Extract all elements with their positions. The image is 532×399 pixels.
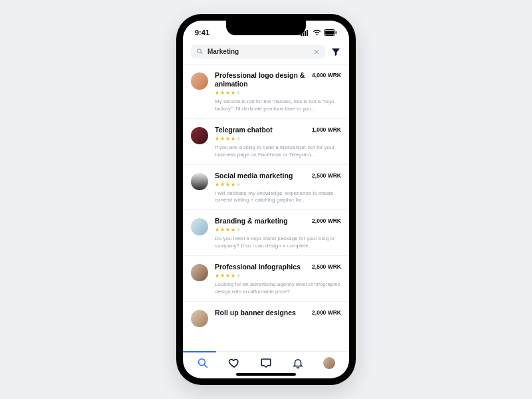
tab-indicator <box>183 351 216 352</box>
tab-favorites[interactable] <box>219 357 251 369</box>
rating-stars: ★★★★★ <box>215 273 341 279</box>
profile-avatar-icon <box>323 357 335 369</box>
home-indicator[interactable] <box>236 373 296 376</box>
item-price: 2,500 WRK <box>312 172 341 179</box>
svg-point-11 <box>198 359 205 366</box>
list-item[interactable]: Professional infographics 2,500 WRK ★★★★… <box>183 256 349 302</box>
tab-notifications[interactable] <box>282 357 314 369</box>
item-price: 4,000 WRK <box>312 72 341 78</box>
avatar <box>191 218 208 235</box>
svg-rect-5 <box>325 31 334 35</box>
search-icon <box>196 48 203 55</box>
tab-bar <box>183 351 349 373</box>
results-list[interactable]: Professional logo design & animation 4,0… <box>183 65 349 351</box>
item-title: Professional infographics <box>215 263 301 271</box>
svg-line-8 <box>201 53 202 54</box>
tab-search[interactable] <box>187 357 219 369</box>
filter-button[interactable] <box>331 47 341 57</box>
battery-icon <box>324 29 337 36</box>
rating-stars: ★★★★★ <box>215 227 341 233</box>
clear-icon[interactable] <box>313 49 320 55</box>
tab-profile[interactable] <box>313 357 345 369</box>
svg-rect-6 <box>336 31 337 34</box>
search-box[interactable] <box>191 45 325 59</box>
svg-rect-3 <box>307 30 308 36</box>
avatar <box>191 173 208 190</box>
search-input[interactable] <box>207 48 309 55</box>
item-title: Social media marketing <box>215 172 293 180</box>
item-description: Do you need a logo brand package for you… <box>215 235 341 250</box>
screen: 9:41 <box>183 21 349 378</box>
notch <box>226 21 306 35</box>
list-item[interactable]: Roll up banner designes 2,000 WRK <box>183 302 349 332</box>
phone-frame: 9:41 <box>176 14 356 385</box>
list-item[interactable]: Branding & marketing 2,000 WRK ★★★★★ Do … <box>183 210 349 256</box>
item-description: I will dedicate my knowledge, experience… <box>215 190 341 205</box>
svg-point-7 <box>198 49 201 53</box>
avatar <box>191 72 208 90</box>
search-row <box>183 41 349 64</box>
list-item[interactable]: Telegram chatbot 1,000 WRK ★★★★★ If you … <box>183 119 349 165</box>
item-title: Branding & marketing <box>215 217 288 225</box>
item-price: 2,000 WRK <box>312 217 341 224</box>
rating-stars: ★★★★★ <box>215 90 341 96</box>
avatar <box>191 264 208 281</box>
list-item[interactable]: Professional logo design & animation 4,0… <box>183 65 349 119</box>
status-time: 9:41 <box>195 29 209 37</box>
item-price: 1,000 WRK <box>312 126 341 133</box>
item-description: If you are looking to build a messenger … <box>215 144 341 159</box>
rating-stars: ★★★★★ <box>215 136 341 142</box>
item-description: Looking for an advertising agency level … <box>215 281 341 296</box>
avatar <box>191 310 208 327</box>
tab-messages[interactable] <box>250 357 282 369</box>
wifi-icon <box>313 29 321 36</box>
item-price: 2,500 WRK <box>312 263 341 270</box>
item-title: Professional logo design & animation <box>215 71 307 88</box>
item-price: 2,000 WRK <box>312 309 341 316</box>
item-title: Roll up banner designes <box>215 309 296 317</box>
avatar <box>191 127 208 144</box>
item-title: Telegram chatbot <box>215 126 273 134</box>
svg-line-12 <box>204 364 207 368</box>
rating-stars: ★★★★★ <box>215 182 341 188</box>
list-item[interactable]: Social media marketing 2,500 WRK ★★★★★ I… <box>183 165 349 211</box>
item-description: My service is not for the masses, this i… <box>215 98 341 113</box>
svg-rect-2 <box>305 31 306 36</box>
svg-rect-1 <box>303 33 304 36</box>
